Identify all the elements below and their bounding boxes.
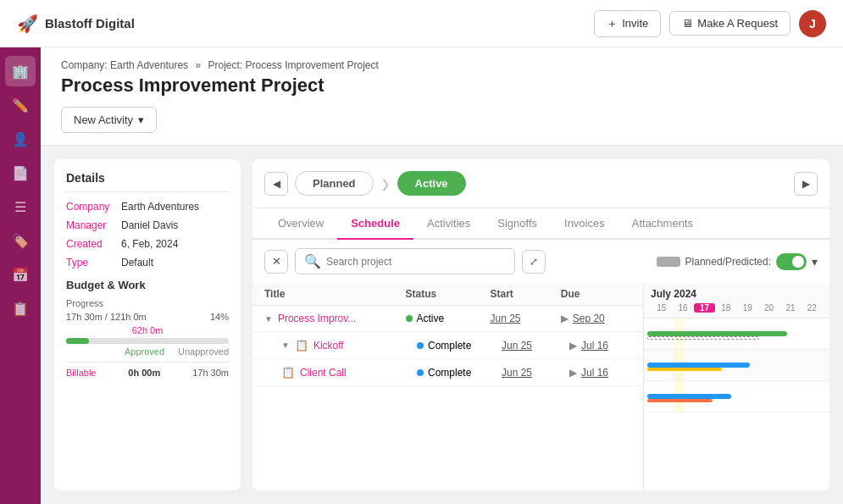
table-row: ▼ Process Improv... Active Jun 25 ▶ [252, 306, 643, 332]
status-forward-arrow: ❯ [380, 177, 391, 191]
billable-time: 17h 30m [192, 368, 229, 378]
sidebar-item-building[interactable]: 🏢 [5, 56, 36, 86]
sidebar-item-clipboard[interactable]: 📋 [5, 293, 36, 324]
arrow-icon: ▶ [569, 367, 577, 379]
search-icon: 🔍 [304, 253, 321, 269]
col-title-header: Title [264, 288, 406, 300]
progress-time: 17h 30m / 121h 0m [66, 312, 147, 322]
chevron-down-icon[interactable]: ▾ [812, 255, 818, 269]
sidebar-item-tag[interactable]: 🏷️ [5, 225, 36, 256]
row-start: Jun 25 [502, 367, 569, 379]
row-title-text: Kickoff [313, 340, 344, 352]
tab-activities[interactable]: Activities [413, 208, 484, 238]
row-start: Jun 25 [491, 313, 561, 324]
company-label: Company [66, 201, 121, 213]
detail-created: Created 6, Feb, 2024 [66, 238, 229, 250]
due-date-text: Sep 20 [573, 313, 605, 324]
row-title-kickoff: ▼ 📋 Kickoff [281, 339, 417, 352]
progress-bar-fill [66, 338, 89, 344]
breadcrumb-separator: » [195, 59, 203, 71]
sidebar-item-doc[interactable]: 📄 [5, 158, 36, 188]
status-text: Complete [428, 340, 471, 352]
tab-schedule[interactable]: Schedule [337, 208, 413, 238]
search-box[interactable]: 🔍 [295, 248, 515, 274]
row-due: ▶ Sep 20 [561, 313, 631, 324]
gantt-row-2 [644, 350, 829, 381]
new-activity-button[interactable]: New Activity ▾ [61, 107, 157, 133]
chevron-down-icon: ▾ [138, 114, 144, 126]
invite-button[interactable]: ＋ Invite [594, 10, 661, 37]
search-input[interactable] [326, 256, 506, 268]
expand-triangle-icon[interactable]: ▼ [264, 314, 273, 324]
col-due-header: Due [561, 288, 631, 300]
gantt-day-20: 20 [758, 303, 779, 313]
row-due: ▶ Jul 16 [569, 340, 637, 352]
sidebar-item-edit[interactable]: ✏️ [5, 90, 36, 120]
tab-invoices[interactable]: Invoices [551, 208, 618, 238]
tabs: Overview Schedule Activities Signoffs In… [252, 208, 829, 240]
sidebar-item-menu[interactable]: ☰ [5, 191, 36, 222]
gantt-day-16: 16 [672, 303, 693, 313]
manager-label: Manager [66, 219, 121, 231]
gantt-panel: July 2024 15 16 17 18 19 20 21 22 [643, 283, 829, 490]
prev-arrow[interactable]: ◀ [264, 172, 288, 196]
new-activity-label: New Activity [74, 114, 133, 126]
progress-pct: 14% [210, 312, 229, 322]
company-value: Earth Adventures [121, 201, 199, 213]
next-arrow[interactable]: ▶ [794, 172, 818, 196]
sidebar: 🏢 ✏️ 👤 📄 ☰ 🏷️ 📅 📋 [0, 47, 41, 504]
row-title-process: ▼ Process Improv... [264, 313, 406, 324]
tab-overview[interactable]: Overview [264, 208, 337, 238]
approved-row: Approved Unapproved [66, 346, 229, 357]
planned-button[interactable]: Planned [295, 171, 374, 196]
expand-triangle-icon[interactable]: ▼ [281, 341, 290, 350]
sidebar-item-user[interactable]: 👤 [5, 124, 36, 154]
row-status-complete2: Complete [417, 367, 502, 379]
table-row: ▼ 📋 Kickoff Complete Jun 25 [252, 332, 643, 359]
gantt-day-19: 19 [737, 303, 758, 313]
due-date-text: Jul 16 [581, 367, 608, 379]
nav-actions: ＋ Invite 🖥 Make A Request J [594, 10, 826, 37]
created-value: 6, Feb, 2024 [121, 238, 178, 250]
details-panel: Details Company Earth Adventures Manager… [54, 159, 241, 490]
billable-row: Billable 0h 00m 17h 30m [66, 362, 229, 378]
gantt-rows [644, 318, 829, 490]
detail-manager: Manager Daniel Davis [66, 219, 229, 231]
status-bar: ◀ Planned ❯ Active ▶ [252, 159, 829, 208]
complete-dot-icon [417, 369, 424, 376]
arrow-icon: ▶ [561, 313, 568, 324]
progress-row: 17h 30m / 121h 0m 14% [66, 312, 229, 322]
tab-attachments[interactable]: Attachments [618, 208, 707, 238]
breadcrumb: Company: Earth Adventures » Project: Pro… [61, 59, 823, 71]
make-request-button[interactable]: 🖥 Make A Request [669, 11, 790, 36]
user-avatar[interactable]: J [799, 10, 826, 37]
gantt-row-3 [644, 381, 829, 413]
billable-label: Billable [66, 368, 96, 378]
clear-button[interactable]: ✕ [264, 250, 288, 274]
row-due: ▶ Jul 16 [569, 367, 637, 379]
table-row: 📋 Client Call Complete Jun 25 ▶ [252, 359, 643, 386]
expand-button[interactable]: ⤢ [522, 250, 546, 274]
planned-predicted-toggle-switch[interactable] [776, 253, 807, 270]
table-left: Title Status Start Due ▼ Process Improv.… [252, 283, 643, 490]
active-button[interactable]: Active [397, 171, 466, 196]
detail-type: Type Default [66, 257, 229, 269]
col-start-header: Start [491, 288, 561, 300]
gantt-month: July 2024 [651, 288, 823, 300]
gantt-header: July 2024 15 16 17 18 19 20 21 22 [644, 283, 829, 318]
gantt-day-21: 21 [779, 303, 801, 313]
type-label: Type [66, 257, 121, 269]
approved-label: Approved [125, 346, 164, 357]
status-text: Complete [428, 367, 471, 379]
progress-bar-bg [66, 338, 229, 344]
tab-signoffs[interactable]: Signoffs [484, 208, 551, 238]
gantt-day-17: 17 [694, 303, 715, 313]
created-label: Created [66, 238, 121, 250]
top-navigation: 🚀 Blastoff Digital ＋ Invite 🖥 Make A Req… [0, 0, 843, 47]
details-section-title: Details [66, 171, 229, 192]
invite-label: Invite [622, 17, 648, 30]
sidebar-item-calendar[interactable]: 📅 [5, 259, 36, 290]
arrow-icon: ▶ [569, 340, 577, 352]
detail-company: Company Earth Adventures [66, 201, 229, 213]
link-icon [657, 257, 680, 267]
